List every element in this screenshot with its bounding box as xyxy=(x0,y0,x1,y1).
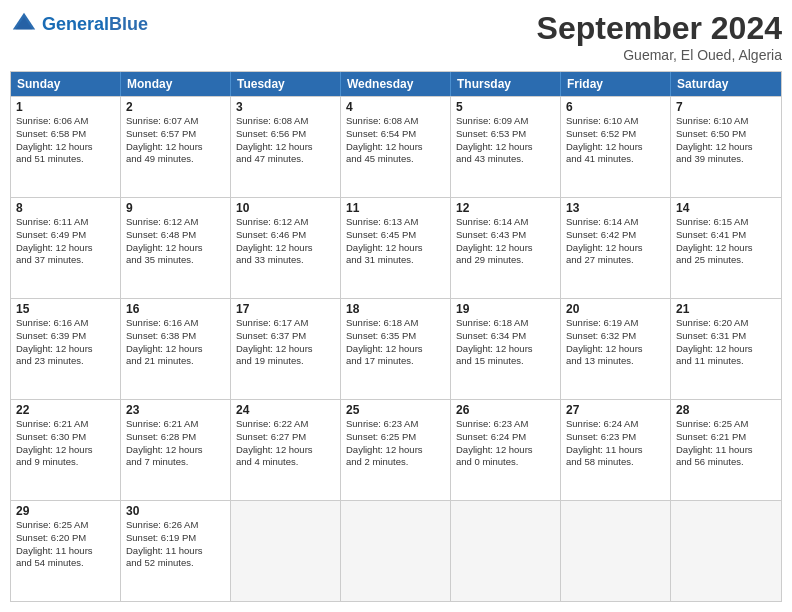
day-info: Sunrise: 6:18 AM Sunset: 6:35 PM Dayligh… xyxy=(346,317,445,368)
day-number: 5 xyxy=(456,100,555,114)
calendar-cell: 28Sunrise: 6:25 AM Sunset: 6:21 PM Dayli… xyxy=(671,400,781,500)
day-info: Sunrise: 6:14 AM Sunset: 6:42 PM Dayligh… xyxy=(566,216,665,267)
calendar-cell: 6Sunrise: 6:10 AM Sunset: 6:52 PM Daylig… xyxy=(561,97,671,197)
title-block: September 2024 Guemar, El Oued, Algeria xyxy=(537,10,782,63)
day-info: Sunrise: 6:12 AM Sunset: 6:48 PM Dayligh… xyxy=(126,216,225,267)
day-number: 10 xyxy=(236,201,335,215)
day-number: 27 xyxy=(566,403,665,417)
calendar-cell: 29Sunrise: 6:25 AM Sunset: 6:20 PM Dayli… xyxy=(11,501,121,601)
logo: GeneralBlue xyxy=(10,10,148,38)
calendar-cell: 26Sunrise: 6:23 AM Sunset: 6:24 PM Dayli… xyxy=(451,400,561,500)
cal-header-day: Thursday xyxy=(451,72,561,96)
day-number: 4 xyxy=(346,100,445,114)
day-number: 2 xyxy=(126,100,225,114)
day-info: Sunrise: 6:09 AM Sunset: 6:53 PM Dayligh… xyxy=(456,115,555,166)
calendar-cell xyxy=(341,501,451,601)
day-info: Sunrise: 6:11 AM Sunset: 6:49 PM Dayligh… xyxy=(16,216,115,267)
day-number: 8 xyxy=(16,201,115,215)
day-number: 23 xyxy=(126,403,225,417)
calendar-row: 15Sunrise: 6:16 AM Sunset: 6:39 PM Dayli… xyxy=(11,298,781,399)
day-number: 20 xyxy=(566,302,665,316)
calendar-row: 22Sunrise: 6:21 AM Sunset: 6:30 PM Dayli… xyxy=(11,399,781,500)
day-number: 7 xyxy=(676,100,776,114)
day-info: Sunrise: 6:13 AM Sunset: 6:45 PM Dayligh… xyxy=(346,216,445,267)
day-info: Sunrise: 6:21 AM Sunset: 6:30 PM Dayligh… xyxy=(16,418,115,469)
day-info: Sunrise: 6:21 AM Sunset: 6:28 PM Dayligh… xyxy=(126,418,225,469)
day-info: Sunrise: 6:26 AM Sunset: 6:19 PM Dayligh… xyxy=(126,519,225,570)
day-info: Sunrise: 6:10 AM Sunset: 6:50 PM Dayligh… xyxy=(676,115,776,166)
calendar-cell xyxy=(671,501,781,601)
calendar-cell: 25Sunrise: 6:23 AM Sunset: 6:25 PM Dayli… xyxy=(341,400,451,500)
calendar-cell: 21Sunrise: 6:20 AM Sunset: 6:31 PM Dayli… xyxy=(671,299,781,399)
cal-header-day: Sunday xyxy=(11,72,121,96)
calendar-row: 8Sunrise: 6:11 AM Sunset: 6:49 PM Daylig… xyxy=(11,197,781,298)
calendar-cell: 18Sunrise: 6:18 AM Sunset: 6:35 PM Dayli… xyxy=(341,299,451,399)
calendar-cell: 9Sunrise: 6:12 AM Sunset: 6:48 PM Daylig… xyxy=(121,198,231,298)
calendar-cell: 17Sunrise: 6:17 AM Sunset: 6:37 PM Dayli… xyxy=(231,299,341,399)
calendar-cell: 5Sunrise: 6:09 AM Sunset: 6:53 PM Daylig… xyxy=(451,97,561,197)
calendar-cell: 10Sunrise: 6:12 AM Sunset: 6:46 PM Dayli… xyxy=(231,198,341,298)
day-info: Sunrise: 6:10 AM Sunset: 6:52 PM Dayligh… xyxy=(566,115,665,166)
calendar-cell: 11Sunrise: 6:13 AM Sunset: 6:45 PM Dayli… xyxy=(341,198,451,298)
day-info: Sunrise: 6:20 AM Sunset: 6:31 PM Dayligh… xyxy=(676,317,776,368)
calendar-cell: 23Sunrise: 6:21 AM Sunset: 6:28 PM Dayli… xyxy=(121,400,231,500)
calendar-cell xyxy=(561,501,671,601)
calendar-cell: 12Sunrise: 6:14 AM Sunset: 6:43 PM Dayli… xyxy=(451,198,561,298)
page: GeneralBlue September 2024 Guemar, El Ou… xyxy=(0,0,792,612)
day-info: Sunrise: 6:08 AM Sunset: 6:54 PM Dayligh… xyxy=(346,115,445,166)
day-info: Sunrise: 6:25 AM Sunset: 6:21 PM Dayligh… xyxy=(676,418,776,469)
day-number: 30 xyxy=(126,504,225,518)
day-info: Sunrise: 6:19 AM Sunset: 6:32 PM Dayligh… xyxy=(566,317,665,368)
calendar-cell: 2Sunrise: 6:07 AM Sunset: 6:57 PM Daylig… xyxy=(121,97,231,197)
day-number: 13 xyxy=(566,201,665,215)
cal-header-day: Friday xyxy=(561,72,671,96)
location-subtitle: Guemar, El Oued, Algeria xyxy=(537,47,782,63)
day-info: Sunrise: 6:12 AM Sunset: 6:46 PM Dayligh… xyxy=(236,216,335,267)
header: GeneralBlue September 2024 Guemar, El Ou… xyxy=(10,10,782,63)
day-number: 15 xyxy=(16,302,115,316)
day-info: Sunrise: 6:15 AM Sunset: 6:41 PM Dayligh… xyxy=(676,216,776,267)
logo-general: General xyxy=(42,14,109,34)
calendar-cell: 19Sunrise: 6:18 AM Sunset: 6:34 PM Dayli… xyxy=(451,299,561,399)
calendar-cell: 30Sunrise: 6:26 AM Sunset: 6:19 PM Dayli… xyxy=(121,501,231,601)
cal-header-day: Saturday xyxy=(671,72,781,96)
day-number: 17 xyxy=(236,302,335,316)
calendar-cell: 22Sunrise: 6:21 AM Sunset: 6:30 PM Dayli… xyxy=(11,400,121,500)
calendar-cell: 15Sunrise: 6:16 AM Sunset: 6:39 PM Dayli… xyxy=(11,299,121,399)
day-number: 6 xyxy=(566,100,665,114)
calendar-row: 29Sunrise: 6:25 AM Sunset: 6:20 PM Dayli… xyxy=(11,500,781,601)
calendar-cell: 8Sunrise: 6:11 AM Sunset: 6:49 PM Daylig… xyxy=(11,198,121,298)
day-number: 28 xyxy=(676,403,776,417)
calendar-cell xyxy=(451,501,561,601)
calendar-cell: 14Sunrise: 6:15 AM Sunset: 6:41 PM Dayli… xyxy=(671,198,781,298)
day-info: Sunrise: 6:06 AM Sunset: 6:58 PM Dayligh… xyxy=(16,115,115,166)
day-info: Sunrise: 6:23 AM Sunset: 6:24 PM Dayligh… xyxy=(456,418,555,469)
day-info: Sunrise: 6:08 AM Sunset: 6:56 PM Dayligh… xyxy=(236,115,335,166)
day-number: 9 xyxy=(126,201,225,215)
calendar-cell xyxy=(231,501,341,601)
calendar-header: SundayMondayTuesdayWednesdayThursdayFrid… xyxy=(11,72,781,96)
day-info: Sunrise: 6:23 AM Sunset: 6:25 PM Dayligh… xyxy=(346,418,445,469)
calendar-cell: 1Sunrise: 6:06 AM Sunset: 6:58 PM Daylig… xyxy=(11,97,121,197)
day-number: 24 xyxy=(236,403,335,417)
calendar-cell: 27Sunrise: 6:24 AM Sunset: 6:23 PM Dayli… xyxy=(561,400,671,500)
day-number: 25 xyxy=(346,403,445,417)
day-info: Sunrise: 6:16 AM Sunset: 6:39 PM Dayligh… xyxy=(16,317,115,368)
day-info: Sunrise: 6:14 AM Sunset: 6:43 PM Dayligh… xyxy=(456,216,555,267)
day-number: 3 xyxy=(236,100,335,114)
calendar: SundayMondayTuesdayWednesdayThursdayFrid… xyxy=(10,71,782,602)
calendar-body: 1Sunrise: 6:06 AM Sunset: 6:58 PM Daylig… xyxy=(11,96,781,601)
calendar-cell: 24Sunrise: 6:22 AM Sunset: 6:27 PM Dayli… xyxy=(231,400,341,500)
calendar-cell: 16Sunrise: 6:16 AM Sunset: 6:38 PM Dayli… xyxy=(121,299,231,399)
day-number: 1 xyxy=(16,100,115,114)
month-title: September 2024 xyxy=(537,10,782,47)
calendar-cell: 7Sunrise: 6:10 AM Sunset: 6:50 PM Daylig… xyxy=(671,97,781,197)
day-number: 22 xyxy=(16,403,115,417)
day-number: 12 xyxy=(456,201,555,215)
day-number: 26 xyxy=(456,403,555,417)
day-info: Sunrise: 6:17 AM Sunset: 6:37 PM Dayligh… xyxy=(236,317,335,368)
day-number: 29 xyxy=(16,504,115,518)
logo-icon xyxy=(10,10,38,38)
day-number: 16 xyxy=(126,302,225,316)
day-info: Sunrise: 6:18 AM Sunset: 6:34 PM Dayligh… xyxy=(456,317,555,368)
